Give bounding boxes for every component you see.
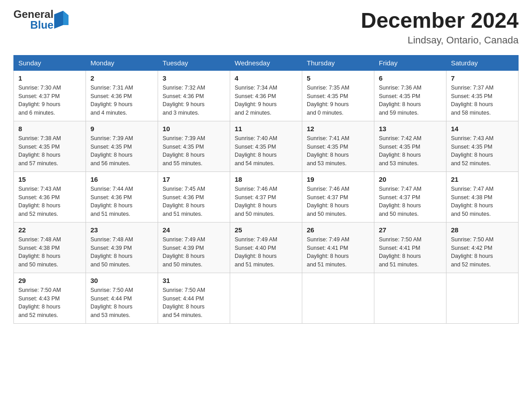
day-info: Sunrise: 7:49 AMSunset: 4:39 PMDaylight:… bbox=[163, 235, 225, 269]
day-number: 13 bbox=[379, 125, 442, 133]
calendar-table: SundayMondayTuesdayWednesdayThursdayFrid… bbox=[13, 55, 519, 324]
day-number: 25 bbox=[235, 226, 297, 234]
header-tuesday: Tuesday bbox=[158, 55, 230, 70]
day-number: 17 bbox=[163, 176, 225, 183]
day-number: 19 bbox=[307, 176, 369, 183]
day-number: 5 bbox=[307, 74, 369, 82]
day-info: Sunrise: 7:31 AMSunset: 4:36 PMDaylight:… bbox=[90, 84, 153, 117]
day-info: Sunrise: 7:50 AMSunset: 4:41 PMDaylight:… bbox=[379, 235, 442, 269]
calendar-week-3: 15 Sunrise: 7:43 AMSunset: 4:36 PMDaylig… bbox=[14, 171, 519, 222]
calendar-day-8: 8 Sunrise: 7:38 AMSunset: 4:35 PMDayligh… bbox=[14, 121, 86, 171]
calendar-day-5: 5 Sunrise: 7:35 AMSunset: 4:35 PMDayligh… bbox=[302, 70, 374, 121]
empty-cell bbox=[374, 273, 446, 323]
page-header: General Blue December 2024 Lindsay, Onta… bbox=[13, 9, 519, 46]
header-saturday: Saturday bbox=[446, 55, 519, 70]
calendar-day-29: 29 Sunrise: 7:50 AMSunset: 4:43 PMDaylig… bbox=[14, 273, 86, 323]
day-number: 10 bbox=[163, 125, 225, 133]
day-info: Sunrise: 7:44 AMSunset: 4:36 PMDaylight:… bbox=[90, 185, 153, 218]
day-number: 20 bbox=[379, 176, 442, 183]
day-number: 3 bbox=[163, 74, 225, 82]
calendar-day-6: 6 Sunrise: 7:36 AMSunset: 4:35 PMDayligh… bbox=[374, 70, 446, 121]
calendar-day-23: 23 Sunrise: 7:48 AMSunset: 4:39 PMDaylig… bbox=[86, 222, 158, 273]
day-number: 16 bbox=[90, 176, 153, 183]
header-sunday: Sunday bbox=[14, 55, 86, 70]
logo-blue: Blue bbox=[30, 20, 53, 30]
day-info: Sunrise: 7:50 AMSunset: 4:43 PMDaylight:… bbox=[18, 286, 81, 320]
day-number: 23 bbox=[90, 226, 153, 234]
day-info: Sunrise: 7:37 AMSunset: 4:35 PMDaylight:… bbox=[451, 84, 514, 117]
day-number: 26 bbox=[307, 226, 369, 234]
header-monday: Monday bbox=[86, 55, 158, 70]
calendar-day-22: 22 Sunrise: 7:48 AMSunset: 4:38 PMDaylig… bbox=[14, 222, 86, 273]
day-info: Sunrise: 7:38 AMSunset: 4:35 PMDaylight:… bbox=[18, 134, 81, 168]
calendar-week-4: 22 Sunrise: 7:48 AMSunset: 4:38 PMDaylig… bbox=[14, 222, 519, 273]
calendar-day-12: 12 Sunrise: 7:41 AMSunset: 4:35 PMDaylig… bbox=[302, 121, 374, 171]
day-number: 24 bbox=[163, 226, 225, 234]
day-number: 31 bbox=[163, 277, 225, 284]
day-number: 21 bbox=[451, 176, 514, 183]
day-number: 4 bbox=[235, 74, 297, 82]
calendar-day-31: 31 Sunrise: 7:50 AMSunset: 4:44 PMDaylig… bbox=[158, 273, 230, 323]
calendar-day-4: 4 Sunrise: 7:34 AMSunset: 4:36 PMDayligh… bbox=[230, 70, 302, 121]
calendar-day-20: 20 Sunrise: 7:47 AMSunset: 4:37 PMDaylig… bbox=[374, 171, 446, 222]
day-number: 29 bbox=[18, 277, 81, 284]
calendar-day-13: 13 Sunrise: 7:42 AMSunset: 4:35 PMDaylig… bbox=[374, 121, 446, 171]
calendar-week-1: 1 Sunrise: 7:30 AMSunset: 4:37 PMDayligh… bbox=[14, 70, 519, 121]
calendar-day-21: 21 Sunrise: 7:47 AMSunset: 4:38 PMDaylig… bbox=[446, 171, 519, 222]
calendar-day-30: 30 Sunrise: 7:50 AMSunset: 4:44 PMDaylig… bbox=[86, 273, 158, 323]
day-info: Sunrise: 7:48 AMSunset: 4:39 PMDaylight:… bbox=[90, 235, 153, 269]
empty-cell bbox=[230, 273, 302, 323]
calendar-day-10: 10 Sunrise: 7:39 AMSunset: 4:35 PMDaylig… bbox=[158, 121, 230, 171]
calendar-header-row: SundayMondayTuesdayWednesdayThursdayFrid… bbox=[14, 55, 519, 70]
day-number: 6 bbox=[379, 74, 442, 82]
calendar-day-24: 24 Sunrise: 7:49 AMSunset: 4:39 PMDaylig… bbox=[158, 222, 230, 273]
title-area: December 2024 Lindsay, Ontario, Canada bbox=[361, 9, 519, 46]
calendar-day-19: 19 Sunrise: 7:46 AMSunset: 4:37 PMDaylig… bbox=[302, 171, 374, 222]
empty-cell bbox=[302, 273, 374, 323]
day-info: Sunrise: 7:49 AMSunset: 4:40 PMDaylight:… bbox=[235, 235, 297, 269]
calendar-day-26: 26 Sunrise: 7:49 AMSunset: 4:41 PMDaylig… bbox=[302, 222, 374, 273]
day-number: 27 bbox=[379, 226, 442, 234]
day-info: Sunrise: 7:42 AMSunset: 4:35 PMDaylight:… bbox=[379, 134, 442, 168]
logo: General Blue bbox=[13, 9, 69, 30]
day-info: Sunrise: 7:47 AMSunset: 4:37 PMDaylight:… bbox=[379, 185, 442, 218]
svg-marker-1 bbox=[63, 11, 69, 25]
day-number: 22 bbox=[18, 226, 81, 234]
calendar-day-11: 11 Sunrise: 7:40 AMSunset: 4:35 PMDaylig… bbox=[230, 121, 302, 171]
calendar-day-16: 16 Sunrise: 7:44 AMSunset: 4:36 PMDaylig… bbox=[86, 171, 158, 222]
day-info: Sunrise: 7:48 AMSunset: 4:38 PMDaylight:… bbox=[18, 235, 81, 269]
day-number: 12 bbox=[307, 125, 369, 133]
calendar-day-17: 17 Sunrise: 7:45 AMSunset: 4:36 PMDaylig… bbox=[158, 171, 230, 222]
day-number: 1 bbox=[18, 74, 81, 82]
calendar-day-15: 15 Sunrise: 7:43 AMSunset: 4:36 PMDaylig… bbox=[14, 171, 86, 222]
day-info: Sunrise: 7:49 AMSunset: 4:41 PMDaylight:… bbox=[307, 235, 369, 269]
calendar-day-28: 28 Sunrise: 7:50 AMSunset: 4:42 PMDaylig… bbox=[446, 222, 519, 273]
day-info: Sunrise: 7:47 AMSunset: 4:38 PMDaylight:… bbox=[451, 185, 514, 218]
calendar-day-14: 14 Sunrise: 7:43 AMSunset: 4:35 PMDaylig… bbox=[446, 121, 519, 171]
day-number: 9 bbox=[90, 125, 153, 133]
calendar-week-5: 29 Sunrise: 7:50 AMSunset: 4:43 PMDaylig… bbox=[14, 273, 519, 323]
calendar-day-3: 3 Sunrise: 7:32 AMSunset: 4:36 PMDayligh… bbox=[158, 70, 230, 121]
day-number: 8 bbox=[18, 125, 81, 133]
calendar-day-27: 27 Sunrise: 7:50 AMSunset: 4:41 PMDaylig… bbox=[374, 222, 446, 273]
logo-icon bbox=[54, 11, 69, 29]
header-friday: Friday bbox=[374, 55, 446, 70]
day-info: Sunrise: 7:50 AMSunset: 4:44 PMDaylight:… bbox=[163, 286, 225, 320]
calendar-day-2: 2 Sunrise: 7:31 AMSunset: 4:36 PMDayligh… bbox=[86, 70, 158, 121]
header-wednesday: Wednesday bbox=[230, 55, 302, 70]
day-number: 18 bbox=[235, 176, 297, 183]
empty-cell bbox=[446, 273, 519, 323]
calendar-day-1: 1 Sunrise: 7:30 AMSunset: 4:37 PMDayligh… bbox=[14, 70, 86, 121]
day-info: Sunrise: 7:30 AMSunset: 4:37 PMDaylight:… bbox=[18, 84, 81, 117]
day-number: 2 bbox=[90, 74, 153, 82]
day-number: 28 bbox=[451, 226, 514, 234]
day-number: 30 bbox=[90, 277, 153, 284]
calendar-day-7: 7 Sunrise: 7:37 AMSunset: 4:35 PMDayligh… bbox=[446, 70, 519, 121]
day-info: Sunrise: 7:41 AMSunset: 4:35 PMDaylight:… bbox=[307, 134, 369, 168]
day-info: Sunrise: 7:32 AMSunset: 4:36 PMDaylight:… bbox=[163, 84, 225, 117]
calendar-week-2: 8 Sunrise: 7:38 AMSunset: 4:35 PMDayligh… bbox=[14, 121, 519, 171]
day-number: 7 bbox=[451, 74, 514, 82]
day-info: Sunrise: 7:34 AMSunset: 4:36 PMDaylight:… bbox=[235, 84, 297, 117]
day-info: Sunrise: 7:36 AMSunset: 4:35 PMDaylight:… bbox=[379, 84, 442, 117]
day-info: Sunrise: 7:46 AMSunset: 4:37 PMDaylight:… bbox=[307, 185, 369, 218]
